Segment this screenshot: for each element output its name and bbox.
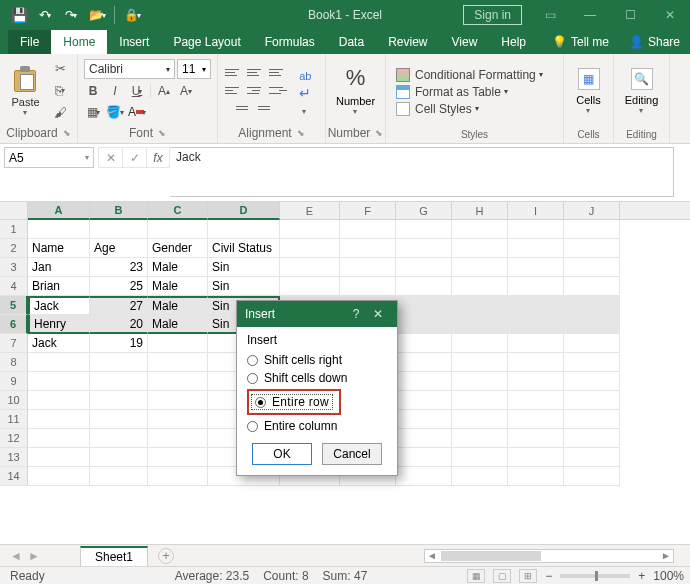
fx-icon[interactable]: fx xyxy=(146,147,170,168)
cell[interactable] xyxy=(396,372,452,391)
border-button[interactable]: ▦▾ xyxy=(84,103,102,121)
cell[interactable] xyxy=(452,296,508,315)
cell[interactable] xyxy=(396,220,452,239)
cell[interactable]: Sin xyxy=(208,277,280,296)
column-header[interactable]: G xyxy=(396,202,452,220)
cell[interactable] xyxy=(396,296,452,315)
cell[interactable] xyxy=(148,448,208,467)
cell[interactable] xyxy=(340,239,396,258)
sign-in-button[interactable]: Sign in xyxy=(463,5,522,25)
cell[interactable] xyxy=(148,467,208,486)
row-header[interactable]: 13 xyxy=(0,448,28,467)
radio-shift-right[interactable]: Shift cells right xyxy=(247,351,387,369)
cell[interactable] xyxy=(452,220,508,239)
cell[interactable] xyxy=(452,315,508,334)
radio-shift-down[interactable]: Shift cells down xyxy=(247,369,387,387)
cell[interactable] xyxy=(208,220,280,239)
cell[interactable] xyxy=(452,467,508,486)
cell[interactable] xyxy=(280,258,340,277)
format-as-table-button[interactable]: Format as Table▾ xyxy=(396,85,557,99)
page-break-view-icon[interactable]: ⊞ xyxy=(519,569,537,583)
copy-icon[interactable]: ⎘▾ xyxy=(49,81,71,99)
open-icon[interactable]: 📂▾ xyxy=(84,2,110,28)
row-header[interactable]: 1 xyxy=(0,220,28,239)
cell[interactable] xyxy=(396,410,452,429)
cell[interactable] xyxy=(396,277,452,296)
sheet-tab[interactable]: Sheet1 xyxy=(80,546,148,566)
cell[interactable] xyxy=(564,353,620,372)
cell[interactable] xyxy=(452,448,508,467)
zoom-in-button[interactable]: + xyxy=(638,569,645,583)
cell[interactable] xyxy=(90,353,148,372)
underline-button[interactable]: U▾ xyxy=(128,82,146,100)
cancel-formula-icon[interactable]: ✕ xyxy=(98,147,122,168)
close-window-icon[interactable]: ✕ xyxy=(650,0,690,30)
cell[interactable] xyxy=(148,391,208,410)
cell[interactable] xyxy=(90,429,148,448)
cell[interactable] xyxy=(508,448,564,467)
column-header[interactable]: H xyxy=(452,202,508,220)
cell[interactable]: 25 xyxy=(90,277,148,296)
cell[interactable] xyxy=(452,429,508,448)
row-header[interactable]: 2 xyxy=(0,239,28,258)
cell[interactable] xyxy=(452,372,508,391)
cell[interactable]: Male xyxy=(148,258,208,277)
cell[interactable]: 19 xyxy=(90,334,148,353)
cell[interactable] xyxy=(508,353,564,372)
cell[interactable] xyxy=(508,258,564,277)
cell[interactable]: Name xyxy=(28,239,90,258)
cell[interactable] xyxy=(28,353,90,372)
cell[interactable] xyxy=(452,353,508,372)
cell[interactable] xyxy=(148,429,208,448)
row-header[interactable]: 3 xyxy=(0,258,28,277)
undo-icon[interactable]: ↶▾ xyxy=(32,2,58,28)
cell[interactable] xyxy=(508,391,564,410)
cell[interactable] xyxy=(564,372,620,391)
column-header[interactable]: A xyxy=(28,202,90,220)
maximize-icon[interactable]: ☐ xyxy=(610,0,650,30)
cell[interactable]: Henry xyxy=(28,315,90,334)
cell[interactable] xyxy=(396,429,452,448)
sheet-nav-prev-icon[interactable]: ◄ xyxy=(10,549,22,563)
cell[interactable]: Age xyxy=(90,239,148,258)
dialog-help-icon[interactable]: ? xyxy=(345,307,367,321)
tab-formulas[interactable]: Formulas xyxy=(253,30,327,54)
row-header[interactable]: 7 xyxy=(0,334,28,353)
cell[interactable] xyxy=(90,220,148,239)
align-right-icon[interactable] xyxy=(269,83,287,97)
tab-home[interactable]: Home xyxy=(51,30,107,54)
cell[interactable] xyxy=(28,372,90,391)
cell[interactable] xyxy=(28,448,90,467)
cell[interactable] xyxy=(452,334,508,353)
cell[interactable] xyxy=(564,429,620,448)
page-layout-view-icon[interactable]: ▢ xyxy=(493,569,511,583)
cell[interactable]: 20 xyxy=(90,315,148,334)
cell[interactable] xyxy=(564,467,620,486)
cell[interactable] xyxy=(280,277,340,296)
increase-indent-icon[interactable] xyxy=(258,101,276,115)
cell[interactable] xyxy=(148,410,208,429)
cell[interactable] xyxy=(396,258,452,277)
enter-formula-icon[interactable]: ✓ xyxy=(122,147,146,168)
cell[interactable] xyxy=(396,353,452,372)
cell[interactable] xyxy=(564,410,620,429)
fill-color-button[interactable]: 🪣▾ xyxy=(106,103,124,121)
cell[interactable] xyxy=(28,410,90,429)
sheet-nav-next-icon[interactable]: ► xyxy=(28,549,40,563)
cell[interactable] xyxy=(396,334,452,353)
font-color-button[interactable]: A▾ xyxy=(128,103,146,121)
cell[interactable] xyxy=(28,220,90,239)
cell[interactable] xyxy=(90,467,148,486)
cell[interactable] xyxy=(396,467,452,486)
cell[interactable]: Brian xyxy=(28,277,90,296)
align-left-icon[interactable] xyxy=(225,83,243,97)
decrease-font-icon[interactable]: A▾ xyxy=(177,82,195,100)
wrap-text-icon[interactable]: ab↵ xyxy=(299,64,311,101)
column-header[interactable]: I xyxy=(508,202,564,220)
cell[interactable]: Sin xyxy=(208,258,280,277)
number-format-button[interactable]: %Number▾ xyxy=(332,65,379,116)
cell[interactable] xyxy=(28,467,90,486)
cell-styles-button[interactable]: Cell Styles▾ xyxy=(396,102,557,116)
align-top-icon[interactable] xyxy=(225,65,243,79)
cell[interactable] xyxy=(508,277,564,296)
